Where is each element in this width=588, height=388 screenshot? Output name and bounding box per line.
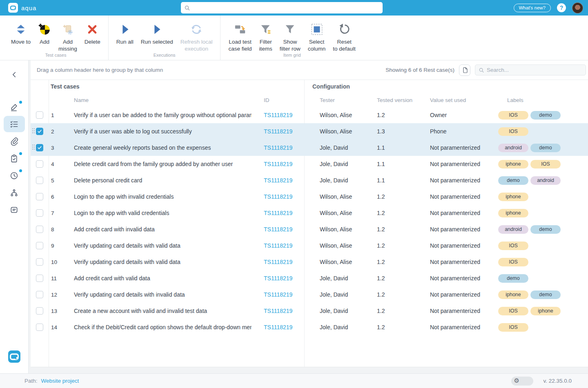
- load-test-case-field-button[interactable]: Load test case field: [225, 22, 255, 53]
- test-case-id-link[interactable]: TS1118219: [264, 275, 292, 282]
- sidebar-item-edit[interactable]: [4, 99, 25, 115]
- row-checkbox[interactable]: [36, 193, 43, 200]
- row-checkbox[interactable]: [36, 242, 43, 249]
- run-selected-button[interactable]: Run selected: [137, 22, 177, 47]
- move-to-button[interactable]: Move to: [7, 22, 34, 47]
- test-case-row[interactable]: 7Login to the app with valid credentials…: [31, 205, 588, 221]
- refresh-button[interactable]: Refresh local execution: [177, 22, 216, 53]
- test-case-row[interactable]: 5Delete personal credit cardTS1118219Jol…: [31, 172, 588, 188]
- settings-toggle[interactable]: ⚙: [511, 377, 533, 386]
- run-all-button[interactable]: Run all: [113, 22, 137, 47]
- test-case-id-link[interactable]: TS1118219: [264, 128, 292, 135]
- test-case-id-link[interactable]: TS1118219: [264, 291, 292, 298]
- grid-search-input[interactable]: [487, 67, 586, 73]
- sidebar-item-clipboard-check[interactable]: [4, 150, 25, 166]
- sidebar-item-comment[interactable]: [4, 202, 25, 218]
- cell-value-set-used: Not paramenterized: [414, 275, 482, 282]
- test-case-id-link[interactable]: TS1118219: [264, 259, 292, 265]
- test-case-id-link[interactable]: TS1118219: [264, 210, 292, 216]
- select-column-button[interactable]: Select column: [304, 22, 330, 53]
- toolbar-group-test-cases: Move toAddAdd missingDeleteTest cases: [3, 16, 109, 60]
- row-checkbox[interactable]: [36, 226, 43, 233]
- add-missing-button[interactable]: Add missing: [55, 22, 81, 53]
- test-case-row[interactable]: 12Verify updating card details with inva…: [31, 286, 588, 303]
- collapse-sidebar-button[interactable]: [0, 70, 28, 79]
- sidebar-item-test-list[interactable]: [4, 116, 25, 132]
- column-header-id[interactable]: ID: [252, 97, 304, 103]
- test-case-row[interactable]: 1Verify if a user can be added to the fa…: [31, 107, 588, 123]
- row-checkbox[interactable]: [36, 160, 43, 168]
- test-case-id-link[interactable]: TS1118219: [264, 308, 292, 314]
- cell-value-set-used: Not paramenterized: [414, 193, 482, 200]
- column-header-labels[interactable]: Labels: [482, 97, 588, 103]
- toolbar-item-label: Add missing: [58, 39, 77, 53]
- showing-count: Showing 6 of 6 Rest case(s): [385, 67, 454, 73]
- row-checkbox[interactable]: [36, 307, 43, 315]
- help-button[interactable]: ?: [557, 3, 566, 12]
- reset-button[interactable]: Reset to default: [329, 22, 359, 53]
- test-case-row[interactable]: 10Verify updating card details with vali…: [31, 254, 588, 270]
- test-case-row[interactable]: 2Verify if a user was able to log out su…: [31, 123, 588, 140]
- cell-name: Login to the app with valid credentials: [61, 210, 252, 216]
- test-case-row[interactable]: 8Add credit card with invalid dataTS1118…: [31, 221, 588, 237]
- column-header-tested-version[interactable]: Tested version: [361, 97, 414, 103]
- test-case-id-link[interactable]: TS1118219: [264, 324, 292, 330]
- test-case-row[interactable]: 4Delete credit card from the family grou…: [31, 156, 588, 172]
- column-header-value-set-used[interactable]: Value set used: [414, 97, 482, 103]
- test-case-id-link[interactable]: TS1118219: [264, 161, 292, 167]
- show-filter-row-button[interactable]: Show filter row: [276, 22, 304, 53]
- cell-name: Create a new account with valid and inva…: [61, 308, 252, 314]
- copy-button[interactable]: [459, 64, 470, 76]
- column-header-tester[interactable]: Tester: [304, 97, 361, 103]
- path-label: Path:: [24, 378, 38, 384]
- test-case-row[interactable]: 6Login to the app with invalid credentia…: [31, 188, 588, 205]
- cell-name: Delete personal credit card: [61, 177, 252, 184]
- column-header-name[interactable]: Name: [61, 97, 252, 103]
- sidebar-item-history[interactable]: [4, 167, 25, 184]
- cell-tester: Wilson, Alise: [304, 112, 361, 118]
- test-case-row[interactable]: 14Check if the Debit/Credit card option …: [31, 319, 588, 335]
- test-case-row[interactable]: 3Create general weekly reports based on …: [31, 140, 588, 156]
- cell-row-number: 7: [49, 210, 61, 216]
- row-checkbox[interactable]: [36, 111, 43, 119]
- sidebar-item-hierarchy[interactable]: [4, 184, 25, 201]
- row-checkbox[interactable]: [36, 144, 43, 151]
- cell-name: Add credit card with valid data: [61, 275, 252, 282]
- row-checkbox[interactable]: [36, 258, 43, 266]
- attachment-icon: [9, 137, 19, 146]
- test-case-id-link[interactable]: TS1118219: [264, 144, 292, 151]
- brand-name: aqua: [21, 4, 36, 11]
- whats-new-button[interactable]: What's new?: [514, 4, 551, 12]
- test-case-id-link[interactable]: TS1118219: [264, 226, 292, 233]
- sidebar-item-attachment[interactable]: [4, 133, 25, 149]
- row-gutter: [31, 237, 49, 254]
- test-case-id-link[interactable]: TS1118219: [264, 112, 292, 118]
- row-checkbox[interactable]: [36, 291, 43, 298]
- test-case-row[interactable]: 13Create a new account with valid and in…: [31, 303, 588, 319]
- row-checkbox[interactable]: [36, 275, 43, 282]
- cell-row-number: 6: [49, 194, 61, 200]
- test-case-id-link[interactable]: TS1118219: [264, 193, 292, 200]
- grid-search[interactable]: [475, 64, 586, 75]
- user-avatar[interactable]: [572, 2, 583, 13]
- row-gutter: [31, 270, 49, 286]
- label-pill: IOS: [530, 160, 561, 169]
- test-case-row[interactable]: 9Verify updating card details with valid…: [31, 237, 588, 254]
- delete-button[interactable]: Delete: [81, 22, 104, 47]
- path-project-link[interactable]: Website project: [41, 378, 79, 384]
- row-checkbox[interactable]: [36, 209, 43, 217]
- row-checkbox[interactable]: [36, 324, 43, 331]
- row-drag-handle[interactable]: [32, 128, 35, 135]
- test-case-row[interactable]: 11Add credit card with valid dataTS11182…: [31, 270, 588, 286]
- row-checkbox[interactable]: [36, 128, 43, 135]
- global-search-input[interactable]: [193, 3, 383, 13]
- label-pill: demo: [530, 290, 561, 299]
- test-case-id-link[interactable]: TS1118219: [264, 177, 292, 184]
- add-button[interactable]: Add: [34, 22, 55, 47]
- global-search[interactable]: [181, 2, 383, 13]
- filter-items-button[interactable]: Filter items: [256, 22, 276, 53]
- row-drag-handle[interactable]: [32, 144, 35, 151]
- test-case-id-link[interactable]: TS1118219: [264, 242, 292, 249]
- row-checkbox[interactable]: [36, 177, 43, 184]
- label-pill: demo: [530, 144, 561, 152]
